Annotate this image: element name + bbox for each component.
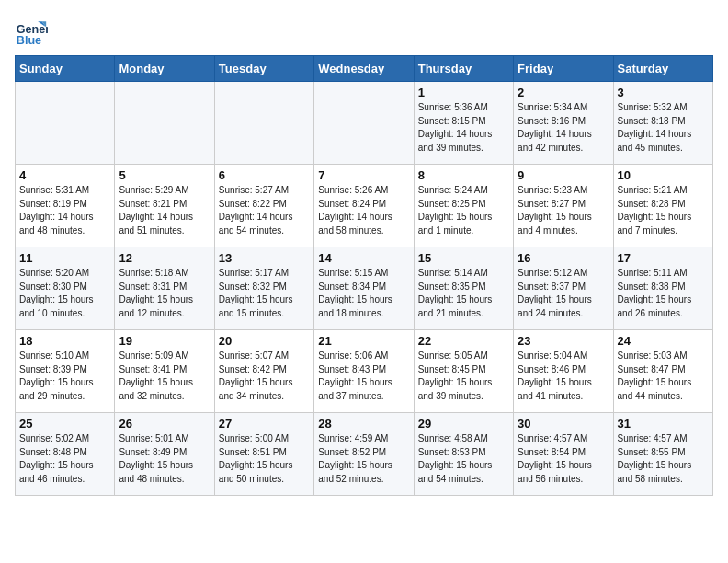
day-number: 17 [618, 251, 709, 265]
day-number: 6 [219, 168, 310, 182]
calendar-cell: 11Sunrise: 5:20 AM Sunset: 8:30 PM Dayli… [16, 247, 115, 330]
header-saturday: Saturday [613, 56, 712, 82]
calendar-cell: 29Sunrise: 4:58 AM Sunset: 8:53 PM Dayli… [414, 413, 513, 496]
header-sunday: Sunday [16, 56, 115, 82]
day-info: Sunrise: 5:07 AM Sunset: 8:42 PM Dayligh… [219, 350, 310, 403]
day-number: 23 [518, 334, 609, 348]
day-number: 30 [518, 417, 609, 431]
header-row: SundayMondayTuesdayWednesdayThursdayFrid… [16, 56, 713, 82]
header-thursday: Thursday [414, 56, 513, 82]
day-info: Sunrise: 5:24 AM Sunset: 8:25 PM Dayligh… [418, 184, 509, 237]
calendar-cell: 17Sunrise: 5:11 AM Sunset: 8:38 PM Dayli… [613, 247, 712, 330]
day-info: Sunrise: 5:32 AM Sunset: 8:18 PM Dayligh… [618, 101, 709, 155]
day-number: 10 [618, 168, 709, 182]
calendar-cell: 24Sunrise: 5:03 AM Sunset: 8:47 PM Dayli… [613, 330, 712, 413]
calendar-cell [115, 82, 214, 165]
day-number: 7 [318, 168, 409, 182]
day-info: Sunrise: 5:03 AM Sunset: 8:47 PM Dayligh… [618, 350, 709, 403]
calendar-cell: 27Sunrise: 5:00 AM Sunset: 8:51 PM Dayli… [214, 413, 313, 496]
calendar-cell: 19Sunrise: 5:09 AM Sunset: 8:41 PM Dayli… [115, 330, 214, 413]
day-number: 12 [119, 251, 210, 265]
day-number: 25 [19, 417, 110, 431]
header-monday: Monday [115, 56, 214, 82]
day-info: Sunrise: 5:34 AM Sunset: 8:16 PM Dayligh… [518, 101, 609, 155]
calendar-cell: 30Sunrise: 4:57 AM Sunset: 8:54 PM Dayli… [514, 413, 613, 496]
day-info: Sunrise: 5:29 AM Sunset: 8:21 PM Dayligh… [119, 184, 210, 237]
calendar-cell: 5Sunrise: 5:29 AM Sunset: 8:21 PM Daylig… [115, 165, 214, 247]
day-info: Sunrise: 4:57 AM Sunset: 8:55 PM Dayligh… [618, 432, 709, 486]
calendar-cell: 16Sunrise: 5:12 AM Sunset: 8:37 PM Dayli… [514, 247, 613, 330]
day-info: Sunrise: 5:31 AM Sunset: 8:19 PM Dayligh… [19, 184, 110, 237]
day-info: Sunrise: 5:09 AM Sunset: 8:41 PM Dayligh… [119, 350, 210, 403]
day-number: 24 [618, 334, 709, 348]
day-number: 15 [418, 251, 509, 265]
day-number: 21 [318, 334, 409, 348]
calendar-cell [314, 82, 414, 165]
day-info: Sunrise: 5:02 AM Sunset: 8:48 PM Dayligh… [19, 432, 110, 486]
day-info: Sunrise: 5:12 AM Sunset: 8:37 PM Dayligh… [518, 267, 609, 320]
day-number: 11 [19, 251, 110, 265]
day-info: Sunrise: 5:15 AM Sunset: 8:34 PM Dayligh… [318, 267, 409, 320]
day-info: Sunrise: 5:00 AM Sunset: 8:51 PM Dayligh… [219, 432, 310, 486]
day-info: Sunrise: 5:17 AM Sunset: 8:32 PM Dayligh… [219, 267, 310, 320]
day-info: Sunrise: 5:27 AM Sunset: 8:22 PM Dayligh… [219, 184, 310, 237]
calendar-cell: 9Sunrise: 5:23 AM Sunset: 8:27 PM Daylig… [514, 165, 613, 247]
day-info: Sunrise: 5:10 AM Sunset: 8:39 PM Dayligh… [19, 350, 110, 403]
day-info: Sunrise: 5:14 AM Sunset: 8:35 PM Dayligh… [418, 267, 509, 320]
day-number: 3 [618, 86, 709, 99]
week-row-5: 25Sunrise: 5:02 AM Sunset: 8:48 PM Dayli… [16, 413, 713, 496]
week-row-4: 18Sunrise: 5:10 AM Sunset: 8:39 PM Dayli… [16, 330, 713, 413]
calendar-cell: 21Sunrise: 5:06 AM Sunset: 8:43 PM Dayli… [314, 330, 414, 413]
header-friday: Friday [514, 56, 613, 82]
page-header: General Blue [15, 15, 713, 48]
calendar-cell: 12Sunrise: 5:18 AM Sunset: 8:31 PM Dayli… [115, 247, 214, 330]
day-info: Sunrise: 5:05 AM Sunset: 8:45 PM Dayligh… [418, 350, 509, 403]
day-number: 8 [418, 168, 509, 182]
svg-text:Blue: Blue [17, 34, 41, 47]
day-number: 20 [219, 334, 310, 348]
logo-icon: General Blue [15, 15, 48, 48]
calendar-cell: 7Sunrise: 5:26 AM Sunset: 8:24 PM Daylig… [314, 165, 414, 247]
calendar-cell: 3Sunrise: 5:32 AM Sunset: 8:18 PM Daylig… [613, 82, 712, 165]
calendar-cell: 23Sunrise: 5:04 AM Sunset: 8:46 PM Dayli… [514, 330, 613, 413]
day-info: Sunrise: 5:21 AM Sunset: 8:28 PM Dayligh… [618, 184, 709, 237]
calendar-cell: 28Sunrise: 4:59 AM Sunset: 8:52 PM Dayli… [314, 413, 414, 496]
day-number: 28 [318, 417, 409, 431]
calendar-cell: 4Sunrise: 5:31 AM Sunset: 8:19 PM Daylig… [16, 165, 115, 247]
calendar-cell: 26Sunrise: 5:01 AM Sunset: 8:49 PM Dayli… [115, 413, 214, 496]
calendar-cell: 18Sunrise: 5:10 AM Sunset: 8:39 PM Dayli… [16, 330, 115, 413]
day-info: Sunrise: 5:04 AM Sunset: 8:46 PM Dayligh… [518, 350, 609, 403]
day-number: 4 [19, 168, 110, 182]
calendar-cell: 22Sunrise: 5:05 AM Sunset: 8:45 PM Dayli… [414, 330, 513, 413]
day-info: Sunrise: 5:36 AM Sunset: 8:15 PM Dayligh… [418, 101, 509, 155]
day-number: 19 [119, 334, 210, 348]
calendar-cell: 25Sunrise: 5:02 AM Sunset: 8:48 PM Dayli… [16, 413, 115, 496]
day-info: Sunrise: 5:01 AM Sunset: 8:49 PM Dayligh… [119, 432, 210, 486]
week-row-3: 11Sunrise: 5:20 AM Sunset: 8:30 PM Dayli… [16, 247, 713, 330]
calendar-cell [214, 82, 313, 165]
calendar-cell: 15Sunrise: 5:14 AM Sunset: 8:35 PM Dayli… [414, 247, 513, 330]
day-number: 13 [219, 251, 310, 265]
calendar-cell: 10Sunrise: 5:21 AM Sunset: 8:28 PM Dayli… [613, 165, 712, 247]
day-info: Sunrise: 5:11 AM Sunset: 8:38 PM Dayligh… [618, 267, 709, 320]
calendar-table: SundayMondayTuesdayWednesdayThursdayFrid… [15, 55, 713, 496]
day-number: 9 [518, 168, 609, 182]
day-number: 14 [318, 251, 409, 265]
day-number: 27 [219, 417, 310, 431]
day-info: Sunrise: 5:26 AM Sunset: 8:24 PM Dayligh… [318, 184, 409, 237]
day-number: 16 [518, 251, 609, 265]
day-number: 29 [418, 417, 509, 431]
day-info: Sunrise: 4:57 AM Sunset: 8:54 PM Dayligh… [518, 432, 609, 486]
logo: General Blue [15, 15, 55, 48]
day-info: Sunrise: 5:18 AM Sunset: 8:31 PM Dayligh… [119, 267, 210, 320]
calendar-cell: 1Sunrise: 5:36 AM Sunset: 8:15 PM Daylig… [414, 82, 513, 165]
day-number: 18 [19, 334, 110, 348]
calendar-cell: 14Sunrise: 5:15 AM Sunset: 8:34 PM Dayli… [314, 247, 414, 330]
day-number: 31 [618, 417, 709, 431]
calendar-cell: 2Sunrise: 5:34 AM Sunset: 8:16 PM Daylig… [514, 82, 613, 165]
calendar-cell: 8Sunrise: 5:24 AM Sunset: 8:25 PM Daylig… [414, 165, 513, 247]
week-row-1: 1Sunrise: 5:36 AM Sunset: 8:15 PM Daylig… [16, 82, 713, 165]
day-info: Sunrise: 5:06 AM Sunset: 8:43 PM Dayligh… [318, 350, 409, 403]
day-info: Sunrise: 4:58 AM Sunset: 8:53 PM Dayligh… [418, 432, 509, 486]
calendar-cell: 20Sunrise: 5:07 AM Sunset: 8:42 PM Dayli… [214, 330, 313, 413]
